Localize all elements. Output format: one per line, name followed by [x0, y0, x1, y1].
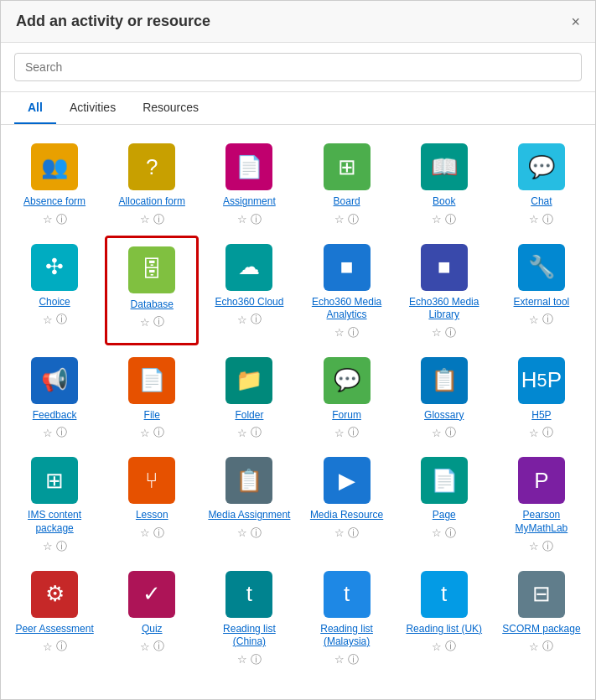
info-icon-echo360-media-library[interactable]: ⓘ [445, 325, 456, 340]
info-icon-media-assignment[interactable]: ⓘ [251, 526, 262, 541]
item-reading-list-malaysia[interactable]: tReading list (Malaysia)☆ⓘ [299, 563, 393, 672]
item-assignment[interactable]: 📄Assignment☆ⓘ [202, 135, 296, 232]
label-scorm-package[interactable]: SCORM package [502, 623, 580, 636]
info-icon-choice[interactable]: ⓘ [56, 312, 67, 327]
star-icon-forum[interactable]: ☆ [334, 427, 345, 439]
label-absence-form[interactable]: Absence form [23, 195, 86, 209]
item-echo360-media-library[interactable]: ■Echo360 Media Library☆ⓘ [397, 236, 491, 345]
star-icon-glossary[interactable]: ☆ [432, 427, 442, 439]
label-page[interactable]: Page [433, 509, 456, 522]
star-icon-feedback[interactable]: ☆ [43, 427, 53, 439]
star-icon-echo360-media-analytics[interactable]: ☆ [334, 326, 345, 339]
star-icon-allocation-form[interactable]: ☆ [140, 213, 150, 226]
item-quiz[interactable]: ✓Quiz☆ⓘ [105, 563, 199, 672]
info-icon-quiz[interactable]: ⓘ [153, 639, 164, 654]
label-media-assignment[interactable]: Media Assignment [208, 509, 290, 522]
item-echo360-media-analytics[interactable]: ■Echo360 Media Analytics☆ⓘ [299, 236, 393, 345]
item-ims-content-package[interactable]: ⊞IMS content package☆ⓘ [8, 449, 101, 558]
label-folder[interactable]: Folder [235, 409, 263, 423]
star-icon-reading-list-uk[interactable]: ☆ [432, 640, 442, 653]
item-file[interactable]: 📄File☆ⓘ [105, 349, 199, 446]
star-icon-external-tool[interactable]: ☆ [529, 314, 539, 326]
star-icon-echo360-cloud[interactable]: ☆ [237, 314, 247, 326]
star-icon-choice[interactable]: ☆ [43, 314, 53, 326]
item-choice[interactable]: ✣Choice☆ⓘ [8, 236, 101, 345]
label-forum[interactable]: Forum [332, 409, 361, 423]
star-icon-scorm-package[interactable]: ☆ [529, 640, 539, 653]
label-allocation-form[interactable]: Allocation form [119, 195, 185, 209]
item-absence-form[interactable]: 👥Absence form☆ⓘ [8, 135, 101, 232]
item-page[interactable]: 📄Page☆ⓘ [397, 449, 491, 558]
label-glossary[interactable]: Glossary [424, 409, 464, 423]
info-icon-echo360-cloud[interactable]: ⓘ [251, 312, 262, 327]
label-ims-content-package[interactable]: IMS content package [11, 509, 98, 535]
item-database[interactable]: 🗄Database☆ⓘ [105, 236, 199, 345]
star-icon-folder[interactable]: ☆ [237, 427, 247, 439]
item-folder[interactable]: 📁Folder☆ⓘ [202, 349, 296, 446]
tab-resources[interactable]: Resources [129, 92, 212, 124]
item-media-assignment[interactable]: 📋Media Assignment☆ⓘ [202, 449, 296, 558]
search-input[interactable] [14, 53, 582, 81]
star-icon-pearson-mymathlab[interactable]: ☆ [529, 540, 539, 552]
star-icon-media-resource[interactable]: ☆ [334, 526, 345, 539]
star-icon-lesson[interactable]: ☆ [140, 526, 150, 539]
tab-activities[interactable]: Activities [56, 92, 129, 124]
info-icon-assignment[interactable]: ⓘ [251, 212, 262, 227]
label-peer-assessment[interactable]: Peer Assessment [15, 623, 93, 636]
label-assignment[interactable]: Assignment [223, 195, 276, 209]
info-icon-reading-list-uk[interactable]: ⓘ [445, 639, 456, 654]
label-file[interactable]: File [144, 409, 160, 423]
item-media-resource[interactable]: ▶Media Resource☆ⓘ [299, 449, 393, 558]
info-icon-database[interactable]: ⓘ [153, 314, 164, 329]
star-icon-quiz[interactable]: ☆ [140, 640, 150, 653]
star-icon-database[interactable]: ☆ [140, 316, 150, 329]
item-pearson-mymathlab[interactable]: PPearson MyMathLab☆ⓘ [495, 449, 588, 558]
info-icon-feedback[interactable]: ⓘ [56, 425, 67, 440]
star-icon-absence-form[interactable]: ☆ [43, 213, 53, 226]
star-icon-reading-list-china[interactable]: ☆ [237, 653, 247, 666]
star-icon-assignment[interactable]: ☆ [237, 213, 247, 226]
tab-all[interactable]: All [14, 92, 56, 124]
item-glossary[interactable]: 📋Glossary☆ⓘ [397, 349, 491, 446]
info-icon-echo360-media-analytics[interactable]: ⓘ [348, 325, 359, 340]
info-icon-book[interactable]: ⓘ [445, 212, 456, 227]
info-icon-folder[interactable]: ⓘ [251, 425, 262, 440]
item-allocation-form[interactable]: ?Allocation form☆ⓘ [105, 135, 199, 232]
info-icon-absence-form[interactable]: ⓘ [56, 212, 67, 227]
label-media-resource[interactable]: Media Resource [310, 509, 383, 522]
item-feedback[interactable]: 📢Feedback☆ⓘ [8, 349, 101, 446]
label-reading-list-china[interactable]: Reading list (China) [205, 623, 293, 649]
item-external-tool[interactable]: 🔧External tool☆ⓘ [495, 236, 588, 345]
label-quiz[interactable]: Quiz [142, 623, 163, 636]
info-icon-ims-content-package[interactable]: ⓘ [56, 539, 67, 554]
close-button[interactable]: × [571, 14, 580, 29]
info-icon-media-resource[interactable]: ⓘ [348, 526, 359, 541]
info-icon-external-tool[interactable]: ⓘ [542, 312, 553, 327]
info-icon-glossary[interactable]: ⓘ [445, 425, 456, 440]
label-pearson-mymathlab[interactable]: Pearson MyMathLab [498, 509, 585, 535]
label-echo360-media-analytics[interactable]: Echo360 Media Analytics [303, 296, 390, 322]
star-icon-file[interactable]: ☆ [140, 427, 150, 439]
info-icon-scorm-package[interactable]: ⓘ [542, 639, 553, 654]
star-icon-board[interactable]: ☆ [334, 213, 345, 226]
item-reading-list-uk[interactable]: tReading list (UK)☆ⓘ [397, 563, 491, 672]
item-board[interactable]: ⊞Board☆ⓘ [299, 135, 393, 232]
info-icon-file[interactable]: ⓘ [153, 425, 164, 440]
label-choice[interactable]: Choice [39, 296, 70, 309]
label-echo360-cloud[interactable]: Echo360 Cloud [215, 296, 283, 309]
item-book[interactable]: 📖Book☆ⓘ [397, 135, 491, 232]
item-chat[interactable]: 💬Chat☆ⓘ [495, 135, 588, 232]
info-icon-chat[interactable]: ⓘ [542, 212, 553, 227]
star-icon-page[interactable]: ☆ [432, 526, 442, 539]
label-reading-list-malaysia[interactable]: Reading list (Malaysia) [303, 623, 390, 649]
item-echo360-cloud[interactable]: ☁Echo360 Cloud☆ⓘ [202, 236, 296, 345]
info-icon-allocation-form[interactable]: ⓘ [153, 212, 164, 227]
star-icon-media-assignment[interactable]: ☆ [237, 526, 247, 539]
label-book[interactable]: Book [433, 195, 455, 209]
label-feedback[interactable]: Feedback [33, 409, 77, 423]
star-icon-book[interactable]: ☆ [432, 213, 442, 226]
info-icon-h5p[interactable]: ⓘ [542, 425, 553, 440]
info-icon-reading-list-china[interactable]: ⓘ [251, 652, 262, 667]
star-icon-h5p[interactable]: ☆ [529, 427, 539, 439]
item-lesson[interactable]: ⑂Lesson☆ⓘ [105, 449, 199, 558]
